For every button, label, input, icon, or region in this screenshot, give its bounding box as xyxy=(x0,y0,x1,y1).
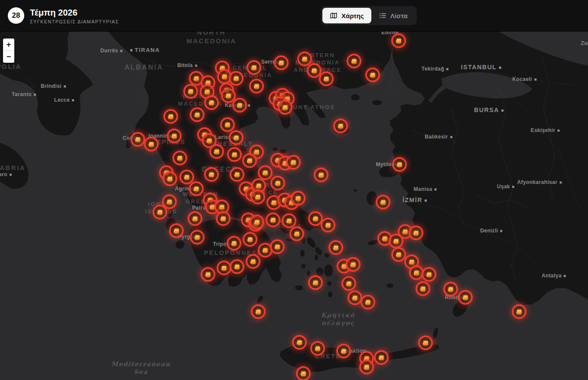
protest-marker[interactable] xyxy=(246,254,260,269)
raised-fist-icon xyxy=(350,261,357,268)
protest-marker[interactable] xyxy=(230,259,244,274)
protest-marker[interactable] xyxy=(443,282,458,296)
protest-marker[interactable] xyxy=(270,176,285,190)
protest-marker[interactable] xyxy=(291,191,305,206)
map-canvas[interactable]: NORTH MACEDONIAALBANIAPUGLIACALABRIACENT… xyxy=(0,0,588,380)
protest-marker[interactable] xyxy=(416,281,430,296)
protest-marker[interactable] xyxy=(188,211,202,226)
protest-marker[interactable] xyxy=(229,130,244,145)
raised-fist-icon xyxy=(233,75,240,82)
protest-marker[interactable] xyxy=(220,117,235,132)
protest-marker[interactable] xyxy=(130,132,145,147)
protest-marker[interactable] xyxy=(274,55,289,70)
raised-fist-icon xyxy=(221,73,228,81)
protest-marker[interactable] xyxy=(347,54,361,68)
protest-marker[interactable] xyxy=(418,335,433,350)
raised-fist-icon xyxy=(206,137,213,145)
raised-fist-icon xyxy=(193,75,200,82)
raised-fist-icon xyxy=(402,228,409,235)
protest-marker[interactable] xyxy=(258,165,273,180)
protest-marker[interactable] xyxy=(319,71,334,86)
protest-marker[interactable] xyxy=(359,360,374,374)
protest-marker[interactable] xyxy=(204,95,219,110)
protest-marker[interactable] xyxy=(512,304,526,319)
protest-marker[interactable] xyxy=(292,335,307,350)
list-view-button[interactable]: Λίστα xyxy=(371,8,415,23)
protest-marker[interactable] xyxy=(250,215,264,229)
protest-marker[interactable] xyxy=(190,230,205,245)
protest-marker[interactable] xyxy=(249,79,264,93)
protest-marker[interactable] xyxy=(201,267,215,282)
protest-marker[interactable] xyxy=(217,261,231,275)
protest-marker[interactable] xyxy=(328,240,343,255)
zoom-in-button[interactable]: + xyxy=(3,39,14,51)
protest-marker[interactable] xyxy=(144,137,159,151)
protest-marker[interactable] xyxy=(296,366,311,380)
protest-marker[interactable] xyxy=(374,350,389,365)
protest-marker[interactable] xyxy=(190,107,205,122)
protest-marker[interactable] xyxy=(310,341,325,356)
protest-marker[interactable] xyxy=(348,290,362,305)
zoom-out-button[interactable]: − xyxy=(3,51,14,63)
map-view-label: Χάρτης xyxy=(341,12,364,19)
raised-fist-icon xyxy=(246,157,253,164)
protest-marker[interactable] xyxy=(314,167,328,182)
protest-marker[interactable] xyxy=(172,151,187,165)
raised-fist-icon xyxy=(351,58,358,65)
raised-fist-icon xyxy=(286,217,293,225)
protest-marker[interactable] xyxy=(189,181,204,196)
raised-fist-icon xyxy=(255,308,262,316)
protest-marker[interactable] xyxy=(286,155,301,170)
protest-marker[interactable] xyxy=(270,239,285,254)
raised-fist-icon xyxy=(340,348,348,355)
raised-fist-icon xyxy=(312,279,319,287)
protest-marker[interactable] xyxy=(247,60,261,75)
protest-marker[interactable] xyxy=(409,225,423,240)
protest-marker[interactable] xyxy=(216,211,231,226)
protest-marker[interactable] xyxy=(391,247,406,262)
protest-marker[interactable] xyxy=(278,100,292,115)
protest-marker[interactable] xyxy=(389,234,403,248)
protest-marker[interactable] xyxy=(458,290,473,305)
protest-marker[interactable] xyxy=(162,171,177,186)
protest-marker[interactable] xyxy=(346,257,361,272)
raised-fist-icon xyxy=(171,132,178,140)
protest-marker[interactable] xyxy=(204,167,219,182)
protest-marker[interactable] xyxy=(229,71,244,86)
protest-marker[interactable] xyxy=(422,267,436,282)
protest-marker[interactable] xyxy=(167,129,182,143)
raised-fist-icon xyxy=(351,294,359,302)
protest-marker[interactable] xyxy=(169,223,184,238)
raised-fist-icon xyxy=(220,215,227,222)
protest-marker[interactable] xyxy=(163,109,178,124)
protest-marker[interactable] xyxy=(242,153,257,168)
protest-marker[interactable] xyxy=(251,304,266,319)
protest-marker[interactable] xyxy=(227,236,241,251)
protest-marker[interactable] xyxy=(333,119,348,133)
protest-marker[interactable] xyxy=(230,167,244,182)
protest-marker[interactable] xyxy=(392,157,407,172)
protest-marker[interactable] xyxy=(321,218,335,232)
raised-fist-icon xyxy=(337,122,344,130)
protest-marker[interactable] xyxy=(282,213,296,228)
raised-fist-icon xyxy=(204,88,211,96)
protest-marker[interactable] xyxy=(289,226,304,241)
map-view-button[interactable]: Χάρτης xyxy=(322,8,371,23)
protest-marker[interactable] xyxy=(361,295,375,309)
protest-marker[interactable] xyxy=(365,68,380,82)
protest-marker[interactable] xyxy=(209,144,224,159)
raised-fist-icon xyxy=(205,271,212,278)
protest-marker[interactable] xyxy=(227,147,242,162)
protest-marker[interactable] xyxy=(336,344,351,358)
protest-marker[interactable] xyxy=(266,213,280,227)
raised-fist-icon xyxy=(134,136,142,143)
protest-marker[interactable] xyxy=(153,205,167,219)
protest-marker[interactable] xyxy=(391,33,406,48)
protest-marker[interactable] xyxy=(232,98,247,113)
protest-marker[interactable] xyxy=(308,275,323,290)
protest-marker[interactable] xyxy=(341,276,356,291)
protest-marker[interactable] xyxy=(250,190,265,204)
protest-marker[interactable] xyxy=(183,84,198,99)
protest-marker[interactable] xyxy=(243,232,257,247)
protest-marker[interactable] xyxy=(376,195,390,209)
